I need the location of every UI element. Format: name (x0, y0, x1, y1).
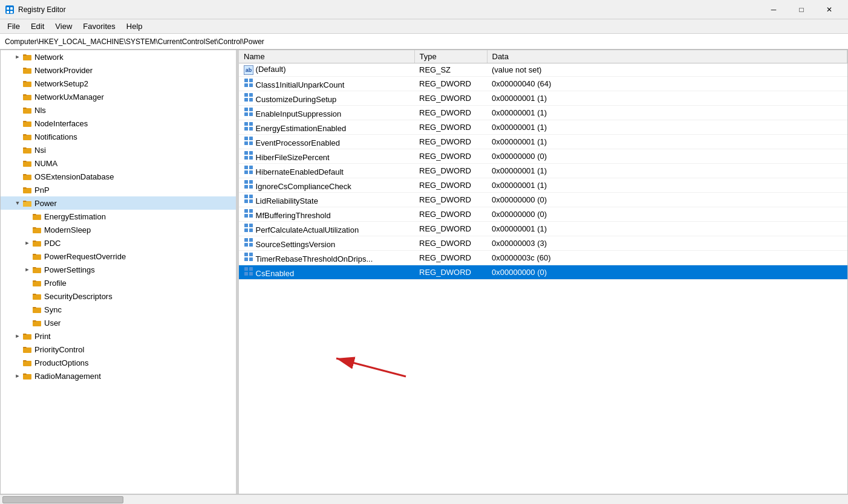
scroll-thumb[interactable] (2, 496, 123, 503)
tree-item-sync[interactable]: Sync (1, 303, 236, 316)
reg-row-eventprocessorenabled[interactable]: EventProcessorEnabledREG_DWORD0x00000001… (239, 135, 847, 149)
reg-row-default[interactable]: ab (Default)REG_SZ(value not set) (239, 63, 847, 77)
svg-rect-70 (249, 214, 253, 218)
svg-rect-54 (249, 156, 253, 160)
reg-row-class1initialunparkcount[interactable]: Class1InitialUnparkCountREG_DWORD0x00000… (239, 77, 847, 91)
folder-icon-powerrequestoverride (32, 251, 42, 261)
reg-cell-name-hibernatefilesizepercent: HiberFileSizePercent (239, 149, 414, 164)
svg-rect-33 (244, 83, 248, 87)
menu-item-help[interactable]: Help (122, 21, 148, 32)
address-bar[interactable]: Computer\HKEY_LOCAL_MACHINE\SYSTEM\Curre… (0, 34, 848, 50)
tree-item-numa[interactable]: NUMA (1, 157, 236, 170)
reg-row-sourcesettingsversion[interactable]: SourceSettingsVersionREG_DWORD0x00000003… (239, 236, 847, 251)
tree-panel[interactable]: ► Network NetworkProvider NetworkSetup2 … (1, 50, 236, 494)
close-button[interactable]: ✕ (815, 0, 843, 19)
reg-name-text-perfcalculateactualutilization: PerfCalculateActualUtilization (253, 225, 359, 234)
reg-row-customizeduringsetup[interactable]: CustomizeDuringSetupREG_DWORD0x00000001 … (239, 91, 847, 106)
svg-rect-57 (244, 170, 248, 174)
reg-row-mfbufferingthreshold[interactable]: MfBufferingThresholdREG_DWORD0x00000000 … (239, 207, 847, 222)
tree-item-power[interactable]: ▼ Power (1, 196, 236, 210)
tree-item-pdc[interactable]: ► PDC (1, 236, 236, 250)
reg-row-perfcalculateactualutilization[interactable]: PerfCalculateActualUtilizationREG_DWORD0… (239, 222, 847, 236)
tree-expander-osextensiondatabase (13, 172, 22, 181)
svg-rect-24 (33, 294, 41, 300)
tree-expander-powersettings[interactable]: ► (22, 265, 32, 274)
minimize-button[interactable]: ─ (760, 0, 788, 19)
svg-rect-46 (249, 127, 253, 131)
svg-rect-82 (249, 257, 253, 261)
reg-row-hibernatefilesizepercent[interactable]: HiberFileSizePercentREG_DWORD0x00000000 … (239, 149, 847, 164)
tree-expander-networkprovider (13, 65, 22, 75)
tree-label-user: User (44, 318, 60, 328)
maximize-button[interactable]: □ (788, 0, 815, 19)
tree-item-securitydescriptors[interactable]: SecurityDescriptors (1, 289, 236, 303)
reg-row-lidreliabilitystate[interactable]: LidReliabilityStateREG_DWORD0x00000000 (… (239, 193, 847, 207)
address-path: Computer\HKEY_LOCAL_MACHINE\SYSTEM\Curre… (5, 37, 264, 46)
tree-label-powerrequestoverride: PowerRequestOverride (44, 252, 126, 261)
svg-rect-62 (249, 185, 253, 189)
reg-icon-dword-lidreliabilitystate (244, 196, 253, 205)
bottom-scrollbar[interactable] (0, 494, 848, 504)
reg-cell-data-csenabled: 0x00000000 (0) (487, 265, 847, 280)
tree-expander-power[interactable]: ▼ (13, 198, 22, 208)
right-panel[interactable]: Name Type Data ab (Default)REG_SZ(value … (239, 50, 847, 494)
svg-rect-47 (244, 137, 248, 140)
tree-item-print[interactable]: ► Print (1, 329, 236, 343)
svg-rect-28 (23, 347, 31, 353)
menu-item-favorites[interactable]: Favorites (78, 21, 120, 32)
reg-name-text-ignorecscompliancecheck: IgnoreCsComplianceCheck (253, 182, 351, 191)
dword-icon-svg (244, 150, 253, 160)
tree-label-nodeinterfaces: NodeInterfaces (34, 119, 88, 128)
tree-expander-profile (22, 278, 32, 288)
tree-item-networksetup2[interactable]: NetworkSetup2 (1, 77, 236, 90)
reg-row-enableinputsuppression[interactable]: EnableInputSuppressionREG_DWORD0x0000000… (239, 106, 847, 120)
tree-item-nodeinterfaces[interactable]: NodeInterfaces (1, 117, 236, 130)
tree-item-profile[interactable]: Profile (1, 276, 236, 289)
reg-cell-data-default: (value not set) (487, 63, 847, 77)
tree-expander-nsi (13, 145, 22, 155)
tree-item-nls[interactable]: Nls (1, 103, 236, 117)
tree-item-network[interactable]: ► Network (1, 50, 236, 63)
menu-item-file[interactable]: File (2, 21, 25, 32)
reg-name-text-eventprocessorenabled: EventProcessorEnabled (253, 138, 340, 147)
tree-item-networkprovider[interactable]: NetworkProvider (1, 63, 236, 77)
dword-icon-svg (244, 107, 253, 117)
tree-item-powerrequestoverride[interactable]: PowerRequestOverride (1, 250, 236, 263)
tree-item-energyestimation[interactable]: EnergyEstimation (1, 210, 236, 223)
tree-item-radiomanagement[interactable]: ► RadioManagement (1, 369, 236, 383)
reg-cell-data-class1initialunparkcount: 0x00000040 (64) (487, 77, 847, 91)
tree-item-osextensiondatabase[interactable]: OSExtensionDatabase (1, 170, 236, 183)
tree-item-user[interactable]: User (1, 316, 236, 329)
tree-expander-networkuxmanager (13, 92, 22, 102)
reg-row-energyestimationenabled[interactable]: EnergyEstimationEnabledREG_DWORD0x000000… (239, 120, 847, 135)
tree-item-pnp[interactable]: PnP (1, 183, 236, 196)
svg-rect-21 (33, 254, 41, 260)
reg-cell-name-energyestimationenabled: EnergyEstimationEnabled (239, 120, 414, 135)
tree-expander-pdc[interactable]: ► (22, 238, 32, 248)
folder-icon-pnp (22, 185, 32, 195)
reg-row-timerrebasethresholdondrips[interactable]: TimerRebaseThresholdOnDrips...REG_DWORD0… (239, 251, 847, 265)
tree-expander-sync (22, 305, 32, 314)
tree-item-nsi[interactable]: Nsi (1, 143, 236, 157)
tree-item-notifications[interactable]: Notifications (1, 130, 236, 143)
tree-item-networkuxmanager[interactable]: NetworkUxManager (1, 90, 236, 103)
tree-item-powersettings[interactable]: ► PowerSettings (1, 263, 236, 276)
reg-cell-type-timerrebasethresholdondrips: REG_DWORD (414, 251, 487, 265)
svg-rect-58 (249, 170, 253, 174)
tree-expander-print[interactable]: ► (13, 331, 22, 341)
reg-name-text-lidreliabilitystate: LidReliabilityState (253, 196, 318, 205)
reg-name-text-hibernatefilesizepercent: HiberFileSizePercent (253, 153, 330, 162)
menu-item-view[interactable]: View (50, 21, 77, 32)
tree-item-prioritycontrol[interactable]: PriorityControl (1, 343, 236, 356)
tree-expander-energyestimation (22, 212, 32, 221)
reg-row-ignorecscompliancecheck[interactable]: IgnoreCsComplianceCheckREG_DWORD0x000000… (239, 178, 847, 193)
menu-item-edit[interactable]: Edit (26, 21, 49, 32)
tree-expander-network[interactable]: ► (13, 52, 22, 62)
tree-expander-radiomanagement[interactable]: ► (13, 371, 22, 381)
tree-item-modernsleep[interactable]: ModernSleep (1, 223, 236, 236)
reg-row-csenabled[interactable]: CsEnabledREG_DWORD0x00000000 (0) (239, 265, 847, 280)
reg-icon-dword-sourcesettingsversion (244, 240, 253, 249)
svg-rect-64 (249, 195, 253, 198)
tree-item-productoptions[interactable]: ProductOptions (1, 356, 236, 369)
reg-row-hibernateenableddefault[interactable]: HibernateEnabledDefaultREG_DWORD0x000000… (239, 164, 847, 178)
